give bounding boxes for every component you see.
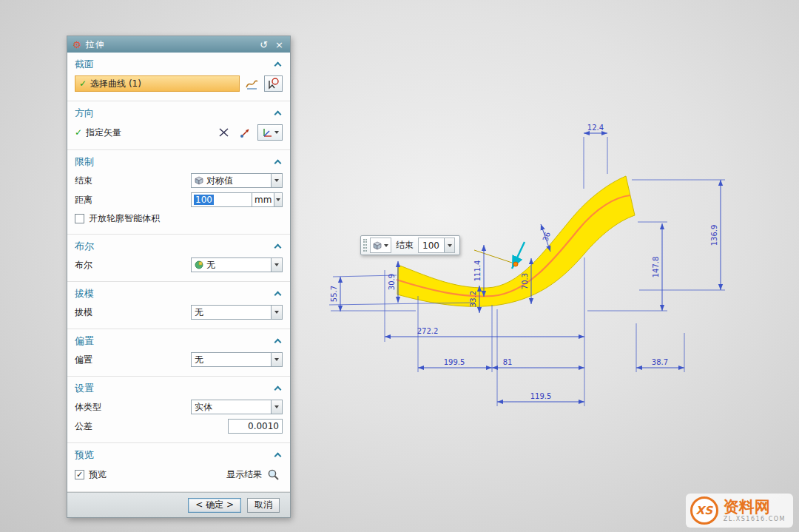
ok-button[interactable]: < 确定 >: [188, 498, 241, 513]
end-condition-dropdown[interactable]: 对称值: [191, 173, 283, 188]
chevron-up-icon[interactable]: [274, 386, 282, 394]
dim-199-5[interactable]: 199.5: [444, 358, 465, 366]
dialog-titlebar[interactable]: ⚙ 拉伸 ↺ ×: [67, 36, 290, 53]
offset-label: 偏置: [75, 354, 92, 366]
dialog-footer: < 确定 > 取消: [67, 492, 290, 517]
vector-method-dropdown[interactable]: [257, 124, 283, 141]
direction-header-label: 方向: [75, 107, 94, 120]
draft-dropdown[interactable]: 无: [191, 305, 283, 320]
preview-label: 预览: [89, 468, 107, 481]
close-button[interactable]: ×: [274, 39, 285, 50]
dim-33-2[interactable]: 33.2: [469, 291, 477, 307]
dropdown-arrow[interactable]: [271, 306, 282, 319]
preview-group-header[interactable]: 预览: [67, 445, 290, 464]
specify-vector-label: 指定矢量: [86, 127, 121, 139]
boolean-value: 无: [206, 259, 215, 272]
dim-119-5[interactable]: 119.5: [530, 392, 552, 400]
chevron-down-icon: [448, 244, 452, 247]
distance-input[interactable]: 100: [191, 192, 252, 207]
dropdown-arrow[interactable]: [271, 258, 282, 272]
symmetric-value-icon: [195, 176, 203, 185]
open-profile-checkbox[interactable]: [75, 214, 84, 223]
dim-136-9[interactable]: 136.9: [710, 225, 718, 246]
dim-30-9[interactable]: 30.9: [388, 274, 396, 290]
dim-38-7[interactable]: 38.7: [652, 358, 668, 366]
coordinate-triad-icon: [262, 127, 273, 138]
curve-rule-button[interactable]: [243, 75, 261, 92]
boolean-label: 布尔: [75, 259, 92, 272]
offset-group: 偏置 偏置 无: [67, 329, 290, 377]
chevron-down-icon: [274, 263, 279, 266]
chevron-up-icon[interactable]: [274, 339, 282, 346]
distance-label: 距离: [75, 194, 92, 206]
preview-group: 预览 ✓ 预览 显示结果: [67, 443, 290, 492]
dim-12-4[interactable]: 12.4: [587, 124, 604, 132]
chevron-down-icon: [274, 358, 279, 361]
dim-36[interactable]: 36: [541, 231, 551, 243]
chevron-up-icon[interactable]: [274, 244, 282, 252]
dropdown-arrow[interactable]: [271, 353, 282, 366]
green-check-icon: ✓: [75, 127, 82, 138]
reverse-direction-button[interactable]: [215, 124, 233, 141]
dim-272-2[interactable]: 272.2: [417, 327, 439, 335]
settings-group-header[interactable]: 设置: [67, 378, 290, 397]
drag-handle[interactable]: [363, 239, 367, 252]
dim-147-8[interactable]: 147.8: [652, 257, 660, 278]
selection-intent-icon: [267, 78, 280, 90]
section-group-header[interactable]: 截面: [67, 54, 290, 73]
vector-indicator: [474, 242, 525, 269]
select-curve-field[interactable]: ✓ 选择曲线 (1): [75, 75, 240, 92]
cancel-button[interactable]: 取消: [247, 498, 280, 513]
end-distance-value[interactable]: 100: [419, 240, 444, 251]
gear-icon: ⚙: [73, 40, 81, 50]
boolean-dropdown[interactable]: 无: [191, 257, 283, 272]
end-mode-dropdown[interactable]: [370, 238, 391, 253]
direction-group: 方向 ✓ 指定矢量: [67, 101, 290, 150]
boolean-none-icon: [195, 260, 203, 269]
boolean-group-header[interactable]: 布尔: [67, 236, 290, 255]
unit-value: mm: [252, 195, 274, 205]
dim-70-3[interactable]: 70.3: [521, 273, 529, 289]
dim-111-4[interactable]: 111.4: [473, 260, 482, 282]
draft-header-label: 拔模: [75, 287, 94, 300]
chevron-up-icon[interactable]: [274, 453, 282, 460]
offset-group-header[interactable]: 偏置: [67, 331, 290, 350]
offset-header-label: 偏置: [75, 334, 94, 348]
preview-checkbox[interactable]: ✓: [75, 470, 84, 479]
end-distance-dropdown[interactable]: 100: [418, 238, 455, 253]
chevron-up-icon[interactable]: [274, 111, 282, 118]
draft-group-header[interactable]: 拔模: [67, 283, 290, 303]
dialog-title: 拉伸: [86, 38, 254, 51]
dim-55-7[interactable]: 55.7: [330, 286, 338, 302]
preview-header-label: 预览: [75, 448, 94, 462]
reset-button[interactable]: ↺: [258, 39, 269, 50]
draft-group: 拔模 拔模 无: [67, 282, 290, 329]
distance-value[interactable]: 100: [194, 195, 214, 205]
direction-group-header[interactable]: 方向: [67, 103, 290, 122]
body-type-dropdown[interactable]: 实体: [191, 400, 283, 414]
dropdown-arrow[interactable]: [271, 174, 282, 187]
chevron-down-icon: [384, 244, 388, 247]
dropdown-arrow[interactable]: [271, 400, 282, 414]
tolerance-value[interactable]: 0.0010: [248, 421, 279, 431]
tolerance-input[interactable]: 0.0010: [228, 419, 283, 434]
dimension-labels[interactable]: 12.4 136.9 147.8 36 111.4 70.3 33.2 30.9…: [330, 124, 718, 400]
chevron-down-icon: [274, 179, 279, 182]
limits-group-header[interactable]: 限制: [67, 152, 290, 171]
onscreen-input-toolbar[interactable]: 结束 100: [360, 235, 460, 255]
vector-dialog-button[interactable]: [236, 124, 254, 141]
chevron-up-icon[interactable]: [274, 62, 282, 70]
unit-dropdown[interactable]: mm: [252, 192, 283, 207]
offset-value: 无: [195, 354, 203, 366]
chevron-down-icon: [274, 311, 279, 314]
dim-81[interactable]: 81: [503, 358, 513, 366]
show-result-button[interactable]: [264, 466, 283, 482]
chevron-up-icon[interactable]: [274, 160, 282, 167]
watermark-url: ZL.XS1616.COM: [724, 516, 786, 522]
chevron-up-icon[interactable]: [274, 292, 282, 299]
offset-dropdown[interactable]: 无: [191, 352, 283, 367]
dropdown-arrow[interactable]: [274, 193, 282, 206]
application-window: { "icons": { "gear": "⚙", "reset": "↺", …: [0, 0, 799, 532]
sketch-section-button[interactable]: [264, 75, 283, 92]
dropdown-arrow[interactable]: [444, 238, 454, 252]
